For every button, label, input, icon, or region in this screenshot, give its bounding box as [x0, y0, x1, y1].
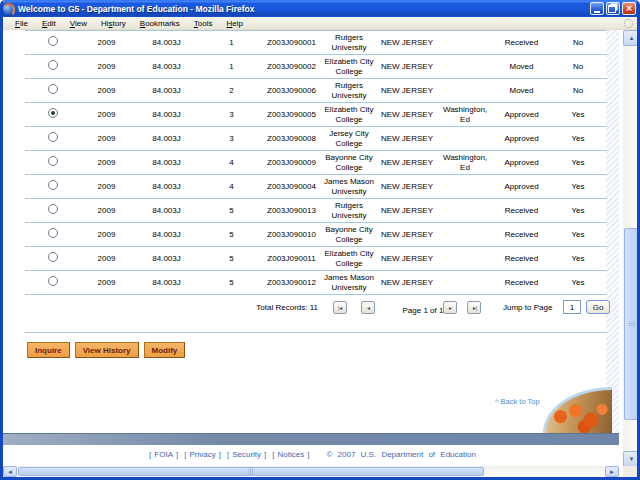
- restore-button[interactable]: [606, 2, 620, 15]
- cell-college: James Mason University: [320, 271, 378, 295]
- cell-cfda: 84.003J: [133, 31, 200, 55]
- view-history-button[interactable]: View History: [75, 342, 139, 358]
- cell-contact: [436, 31, 494, 55]
- cell-app-number: Z003J090006: [263, 79, 320, 103]
- cell-cfda: 84.003J: [133, 127, 200, 151]
- cell-college: Elizabeth City College: [320, 55, 378, 79]
- last-page-button[interactable]: ►|: [467, 301, 481, 314]
- scroll-up-button[interactable]: ▲: [623, 30, 640, 46]
- cell-status: Approved: [494, 127, 549, 151]
- minimize-button[interactable]: [590, 2, 604, 15]
- cell-select: [25, 151, 80, 175]
- cell-state: NEW JERSEY: [378, 127, 436, 151]
- close-button[interactable]: ✕: [622, 2, 636, 15]
- cell-state: NEW JERSEY: [378, 199, 436, 223]
- row-radio[interactable]: [48, 180, 58, 190]
- jump-to-page-input[interactable]: [563, 300, 581, 314]
- menu-item-history[interactable]: History: [94, 19, 133, 28]
- page-content: 2009 84.003J 1 Z003J090001 Rutgers Unive…: [3, 30, 619, 467]
- table-row: 2009 84.003J 2 Z003J090006 Rutgers Unive…: [25, 79, 607, 103]
- results-table: 2009 84.003J 1 Z003J090001 Rutgers Unive…: [25, 30, 607, 295]
- results-table-body: 2009 84.003J 1 Z003J090001 Rutgers Unive…: [25, 31, 607, 295]
- cell-number: 3: [200, 103, 263, 127]
- cell-cfda: 84.003J: [133, 55, 200, 79]
- cell-contact: [436, 127, 494, 151]
- menu-item-bookmarks[interactable]: Bookmarks: [133, 19, 187, 28]
- row-radio[interactable]: [48, 276, 58, 286]
- vertical-scroll-thumb[interactable]: [624, 228, 639, 420]
- cell-number: 5: [200, 199, 263, 223]
- cell-year: 2009: [80, 127, 133, 151]
- table-row: 2009 84.003J 3 Z003J090005 Elizabeth Cit…: [25, 103, 607, 127]
- vertical-scrollbar[interactable]: ▲ ▼: [623, 30, 640, 467]
- scroll-left-button[interactable]: ◄: [3, 466, 17, 477]
- cell-cfda: 84.003J: [133, 223, 200, 247]
- inquire-button[interactable]: Inquire: [27, 342, 70, 358]
- cell-year: 2009: [80, 199, 133, 223]
- firefox-window: Welcome to G5 - Department of Education …: [0, 0, 640, 480]
- scroll-down-button[interactable]: ▼: [623, 451, 640, 467]
- firefox-icon: [3, 3, 14, 14]
- footer-link-notices[interactable]: Notices: [278, 450, 305, 459]
- cell-number: 2: [200, 79, 263, 103]
- cell-status: Received: [494, 31, 549, 55]
- row-radio[interactable]: [48, 156, 58, 166]
- horizontal-scroll-thumb[interactable]: [18, 467, 484, 476]
- cell-college: Rutgers University: [320, 199, 378, 223]
- menu-bar: FileEditViewHistoryBookmarksToolsHelp: [3, 17, 637, 30]
- cell-year: 2009: [80, 175, 133, 199]
- cell-select: [25, 175, 80, 199]
- footer-link-wrap: [Notices]: [272, 450, 309, 459]
- cell-contact: [436, 79, 494, 103]
- previous-page-button[interactable]: ◄: [361, 301, 375, 314]
- back-to-top-link[interactable]: ^ Back to Top: [495, 397, 540, 406]
- next-page-button[interactable]: ►: [443, 301, 457, 314]
- stripe-pattern: [606, 30, 619, 433]
- horizontal-scrollbar[interactable]: ◄ ►: [3, 466, 619, 477]
- cell-app-number: Z003J090011: [263, 247, 320, 271]
- cell-status: Received: [494, 199, 549, 223]
- cell-state: NEW JERSEY: [378, 247, 436, 271]
- cell-number: 5: [200, 223, 263, 247]
- cell-year: 2009: [80, 151, 133, 175]
- row-radio[interactable]: [48, 132, 58, 142]
- cell-flag: No: [549, 79, 607, 103]
- cell-flag: Yes: [549, 223, 607, 247]
- cell-number: 5: [200, 247, 263, 271]
- row-radio[interactable]: [48, 84, 58, 94]
- table-row: 2009 84.003J 5 Z003J090013 Rutgers Unive…: [25, 199, 607, 223]
- menu-item-file[interactable]: File: [8, 19, 35, 28]
- cell-college: James Mason University: [320, 175, 378, 199]
- total-records-label: Total Records: 11: [218, 303, 318, 312]
- cell-college: Bayonne City College: [320, 223, 378, 247]
- scroll-right-button[interactable]: ►: [605, 466, 619, 477]
- table-row: 2009 84.003J 3 Z003J090008 Jersey City C…: [25, 127, 607, 151]
- first-page-button[interactable]: |◄: [333, 301, 347, 314]
- row-radio[interactable]: [48, 108, 58, 118]
- footer-link-privacy[interactable]: Privacy: [189, 450, 215, 459]
- cell-select: [25, 31, 80, 55]
- title-bar[interactable]: Welcome to G5 - Department of Education …: [0, 0, 640, 17]
- row-radio[interactable]: [48, 204, 58, 214]
- cell-flag: Yes: [549, 151, 607, 175]
- cell-cfda: 84.003J: [133, 79, 200, 103]
- menu-item-tools[interactable]: Tools: [187, 19, 220, 28]
- footer-link-foia[interactable]: FOIA: [154, 450, 173, 459]
- cell-number: 3: [200, 127, 263, 151]
- cell-status: Approved: [494, 103, 549, 127]
- row-radio[interactable]: [48, 252, 58, 262]
- go-button[interactable]: Go: [586, 300, 610, 314]
- row-radio[interactable]: [48, 60, 58, 70]
- footer-link-security[interactable]: Security: [232, 450, 261, 459]
- menu-item-help[interactable]: Help: [220, 19, 250, 28]
- menu-item-view[interactable]: View: [63, 19, 94, 28]
- row-radio[interactable]: [48, 36, 58, 46]
- decorative-bar: [3, 433, 619, 445]
- table-row: 2009 84.003J 5 Z003J090011 Elizabeth Cit…: [25, 247, 607, 271]
- cell-year: 2009: [80, 79, 133, 103]
- menu-item-edit[interactable]: Edit: [35, 19, 63, 28]
- row-radio[interactable]: [48, 228, 58, 238]
- modify-button[interactable]: Modify: [144, 342, 186, 358]
- cell-state: NEW JERSEY: [378, 271, 436, 295]
- cell-state: NEW JERSEY: [378, 223, 436, 247]
